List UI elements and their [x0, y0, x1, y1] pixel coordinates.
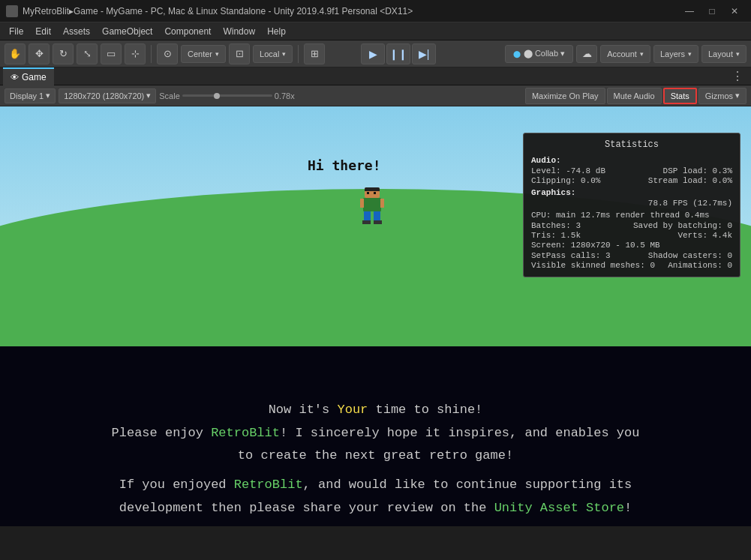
setpass-row: SetPass calls: 3 Shadow casters: 0 [531, 251, 732, 260]
display-selector: Display 1 ▾ [5, 88, 56, 103]
local-dropdown[interactable]: Local ▾ [253, 45, 293, 63]
mute-audio-button[interactable]: Mute Audio [607, 88, 662, 104]
menu-file[interactable]: File [3, 25, 29, 38]
minimize-button[interactable]: — [679, 4, 700, 19]
cpu-row: CPU: main 12.7ms render thread 0.4ms [531, 211, 732, 220]
scale-tool[interactable]: ⤡ [77, 43, 98, 64]
scale-control: Scale 0.78x [159, 91, 294, 100]
skinned-animations-row: Visible skinned meshes: 0 Animations: 0 [531, 261, 732, 270]
game-tab-label: Game [22, 72, 47, 82]
window-title: MyRetroBlit▸Game - MyGame - PC, Mac & Li… [23, 6, 679, 16]
scale-thumb [214, 93, 220, 99]
game-tab-icon: 👁 [11, 73, 19, 82]
transform-tool[interactable]: ⊹ [125, 43, 146, 64]
retroblit-highlight-1: RetroBlit [211, 426, 280, 440]
animations: Animations: 0 [668, 261, 732, 270]
visible-skinned: Visible skinned meshes: 0 [531, 261, 655, 270]
game-line-3: to create the next great retro game! [23, 445, 728, 468]
retroblit-highlight-2: RetroBlit [234, 478, 303, 492]
audio-section-title: Audio: [531, 156, 732, 165]
separator-2 [298, 45, 299, 63]
menu-component[interactable]: Component [158, 25, 217, 38]
grid-btn[interactable]: ⊞ [304, 43, 325, 64]
gizmos-dropdown[interactable]: Gizmos ▾ [698, 88, 746, 104]
title-bar: MyRetroBlit▸Game - MyGame - PC, Mac & Li… [0, 0, 751, 22]
close-button[interactable]: ✕ [724, 4, 745, 19]
audio-clipping-row: Clipping: 0.0% Stream load: 0.0% [531, 176, 732, 185]
gizmos-label: Gizmos [705, 91, 733, 100]
play-controls: ▶ ❙❙ ▶| [361, 43, 436, 64]
local-btn[interactable]: ⊡ [229, 43, 250, 64]
resolution-dropdown[interactable]: 1280x720 (1280x720) ▾ [59, 88, 156, 103]
maximize-button[interactable]: □ [701, 4, 722, 19]
saved-batching: Saved by batching: 0 [633, 221, 732, 230]
step-button[interactable]: ▶| [412, 43, 436, 64]
rotate-tool[interactable]: ↻ [53, 43, 74, 64]
menu-help[interactable]: Help [261, 25, 292, 38]
game-line-6: Thank you! [23, 526, 728, 526]
scale-slider[interactable] [182, 94, 272, 97]
shadow-casters: Shadow casters: 0 [648, 251, 732, 260]
menu-gameobject[interactable]: GameObject [96, 25, 158, 38]
menu-window[interactable]: Window [217, 25, 261, 38]
fps-display: 78.8 FPS (12.7ms) [531, 199, 732, 208]
layout-dropdown[interactable]: Layout ▾ [701, 45, 746, 63]
hand-tool[interactable]: ✋ [5, 43, 26, 64]
batches-row: Batches: 3 Saved by batching: 0 [531, 221, 732, 230]
account-arrow: ▾ [640, 50, 644, 58]
stream-load: Stream load: 0.0% [648, 176, 732, 185]
toolbar: ✋ ✥ ↻ ⤡ ▭ ⊹ ⊙ Center ▾ ⊡ Local ▾ ⊞ ▶ ❙❙ … [0, 40, 751, 67]
maximize-on-play-button[interactable]: Maximize On Play [525, 88, 605, 104]
layout-arrow: ▾ [736, 50, 740, 58]
audio-clipping: Clipping: 0.0% [531, 176, 600, 185]
local-label: Local [260, 49, 279, 58]
speech-bubble: Hi there! [308, 157, 381, 173]
unity-asset-store-highlight: Unity Asset Store [494, 501, 624, 515]
game-toolbar: Display 1 ▾ 1280x720 (1280x720) ▾ Scale … [0, 85, 751, 106]
tris: Tris: 1.5k [531, 231, 581, 240]
pivot-btn[interactable]: ⊙ [157, 43, 178, 64]
setpass-calls: SetPass calls: 3 [531, 251, 611, 260]
tris-verts-row: Tris: 1.5k Verts: 4.4k [531, 231, 732, 240]
app-icon [6, 5, 18, 17]
your-highlight: Your [337, 403, 368, 417]
stats-button[interactable]: Stats [663, 88, 697, 104]
game-toolbar-right: Maximize On Play Mute Audio Stats Gizmos… [525, 88, 746, 104]
verts: Verts: 4.4k [677, 231, 732, 240]
stats-title: Statistics [531, 139, 732, 150]
graphics-section-title: Graphics: [531, 188, 732, 197]
resolution-arrow: ▾ [146, 91, 151, 100]
play-button[interactable]: ▶ [361, 43, 385, 64]
menu-bar: File Edit Assets GameObject Component Wi… [0, 22, 751, 40]
display-dropdown[interactable]: Display 1 ▾ [5, 88, 56, 103]
center-label: Center [188, 49, 212, 58]
rect-tool[interactable]: ▭ [101, 43, 122, 64]
layers-dropdown[interactable]: Layers ▾ [653, 45, 698, 63]
mute-label: Mute Audio [614, 91, 655, 100]
menu-edit[interactable]: Edit [29, 25, 57, 38]
pause-button[interactable]: ❙❙ [386, 43, 410, 64]
toolbar-right: ⬤ ⬤ Collab ▾ ☁ Account ▾ Layers ▾ Layout… [505, 45, 746, 63]
gizmos-arrow: ▾ [735, 91, 740, 100]
center-dropdown[interactable]: Center ▾ [181, 45, 226, 63]
scale-value: 0.78x [275, 91, 295, 100]
center-arrow: ▾ [215, 50, 219, 58]
local-arrow: ▾ [282, 50, 286, 58]
cloud-button[interactable]: ☁ [576, 45, 597, 63]
collab-button[interactable]: ⬤ ⬤ Collab ▾ [505, 45, 573, 63]
menu-assets[interactable]: Assets [57, 25, 96, 38]
audio-level: Level: -74.8 dB [531, 166, 605, 175]
account-label: Account [607, 49, 637, 58]
tab-more-button[interactable]: ⋮ [727, 69, 748, 83]
stats-panel: Statistics Audio: Level: -74.8 dB DSP lo… [523, 133, 740, 277]
layers-label: Layers [660, 49, 685, 58]
game-viewport: Hi there! Now it's Your time to shine! P… [0, 106, 751, 526]
maximize-label: Maximize On Play [532, 91, 599, 100]
move-tool[interactable]: ✥ [29, 43, 50, 64]
display-arrow: ▾ [46, 91, 50, 100]
game-tab[interactable]: 👁 Game [3, 67, 54, 85]
separator-1 [151, 45, 152, 63]
collab-label: ⬤ Collab ▾ [524, 49, 565, 58]
game-line-2: Please enjoy RetroBlit! I sincerely hope… [23, 422, 728, 445]
account-dropdown[interactable]: Account ▾ [600, 45, 650, 63]
